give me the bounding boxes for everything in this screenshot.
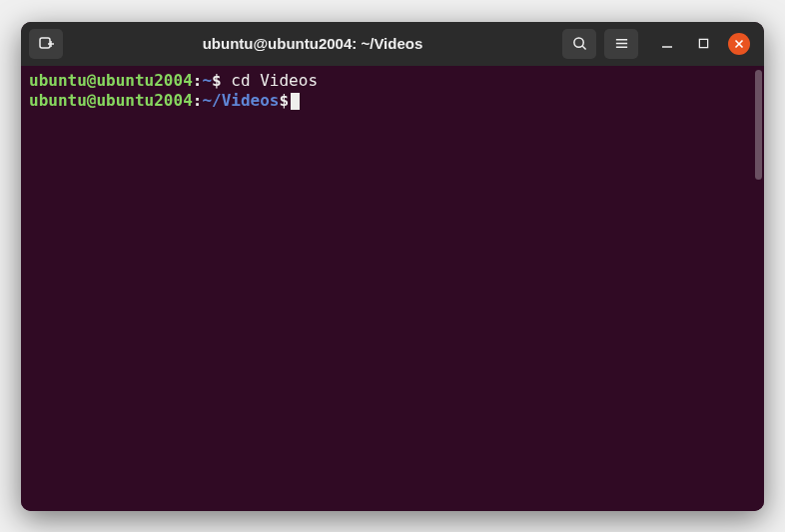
terminal-line-2: ubuntu@ubuntu2004:~/Videos$ bbox=[29, 91, 756, 111]
terminal-line-1: ubuntu@ubuntu2004:~$ cd Videos bbox=[29, 71, 756, 91]
menu-button[interactable] bbox=[604, 29, 638, 59]
prompt-dollar: $ bbox=[279, 91, 289, 110]
terminal-window: ubuntu@ubuntu2004: ~/Videos bbox=[21, 22, 764, 511]
maximize-button[interactable] bbox=[692, 33, 714, 55]
new-tab-icon bbox=[38, 36, 54, 52]
search-icon bbox=[572, 36, 587, 51]
minimize-icon bbox=[661, 38, 673, 50]
prompt-path: ~ bbox=[202, 71, 212, 90]
window-title: ubuntu@ubuntu2004: ~/Videos bbox=[69, 35, 556, 52]
terminal-body[interactable]: ubuntu@ubuntu2004:~$ cd Videos ubuntu@ub… bbox=[21, 66, 764, 511]
window-controls bbox=[656, 33, 750, 55]
cursor bbox=[291, 93, 300, 110]
prompt-colon: : bbox=[193, 71, 203, 90]
close-button[interactable] bbox=[728, 33, 750, 55]
svg-point-3 bbox=[573, 38, 582, 47]
prompt-dollar: $ bbox=[212, 71, 222, 90]
prompt-userhost: ubuntu@ubuntu2004 bbox=[29, 91, 193, 110]
svg-rect-0 bbox=[40, 38, 50, 48]
titlebar-right bbox=[562, 29, 756, 59]
search-button[interactable] bbox=[562, 29, 596, 59]
svg-line-4 bbox=[582, 46, 585, 49]
new-tab-button[interactable] bbox=[29, 29, 63, 59]
prompt-userhost: ubuntu@ubuntu2004 bbox=[29, 71, 193, 90]
svg-rect-9 bbox=[699, 39, 707, 47]
prompt-path: ~/Videos bbox=[202, 91, 279, 110]
close-icon bbox=[734, 39, 744, 49]
scrollbar[interactable] bbox=[755, 70, 762, 180]
titlebar-left bbox=[29, 29, 63, 59]
prompt-colon: : bbox=[193, 91, 203, 110]
hamburger-icon bbox=[614, 36, 629, 51]
command-text: cd Videos bbox=[222, 71, 318, 90]
titlebar: ubuntu@ubuntu2004: ~/Videos bbox=[21, 22, 764, 66]
maximize-icon bbox=[698, 38, 709, 49]
minimize-button[interactable] bbox=[656, 33, 678, 55]
